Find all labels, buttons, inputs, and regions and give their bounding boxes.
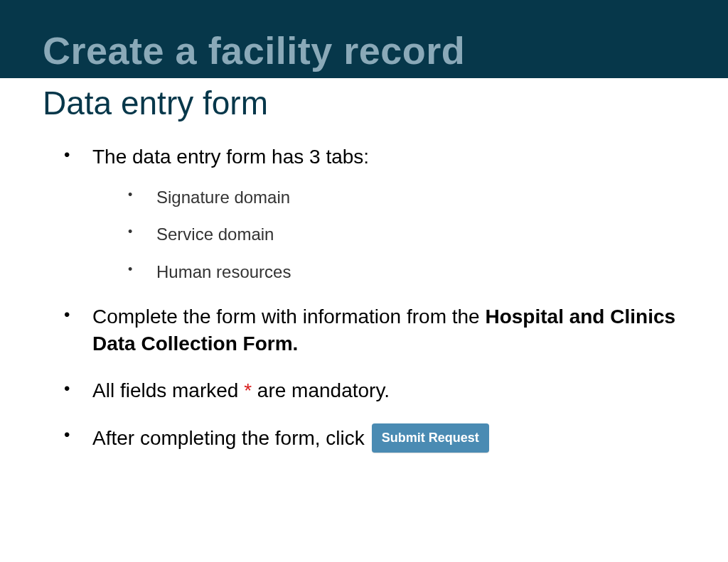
bullet-text: Complete the form with information from … (92, 306, 485, 328)
inline-row: After completing the form, click Submit … (92, 423, 685, 452)
list-item: All fields marked * are mandatory. (64, 377, 685, 404)
sub-bullet-text: Signature domain (156, 188, 290, 207)
sub-list-item: Human resources (128, 261, 685, 283)
slide-title: Create a facility record (43, 28, 685, 72)
submit-request-button[interactable]: Submit Request (372, 423, 489, 452)
bullet-text: All fields marked (92, 379, 244, 401)
list-item: After completing the form, click Submit … (64, 423, 685, 452)
sub-list: Signature domain Service domain Human re… (92, 186, 685, 283)
header-band: Create a facility record (0, 0, 728, 78)
sub-bullet-text: Service domain (156, 225, 274, 244)
list-item: Complete the form with information from … (64, 303, 685, 357)
slide-body: The data entry form has 3 tabs: Signatur… (0, 122, 728, 453)
bullet-text: After completing the form, click (92, 425, 365, 452)
mandatory-asterisk: * (244, 379, 252, 401)
bullet-text: The data entry form has 3 tabs: (92, 146, 369, 168)
main-list: The data entry form has 3 tabs: Signatur… (64, 144, 685, 453)
sub-bullet-text: Human resources (156, 262, 291, 281)
slide-subtitle: Data entry form (0, 78, 728, 122)
bullet-text: are mandatory. (252, 379, 390, 401)
sub-list-item: Signature domain (128, 186, 685, 209)
slide: { "header": { "title": "Create a facilit… (0, 0, 728, 562)
list-item: The data entry form has 3 tabs: Signatur… (64, 144, 685, 283)
sub-list-item: Service domain (128, 223, 685, 246)
